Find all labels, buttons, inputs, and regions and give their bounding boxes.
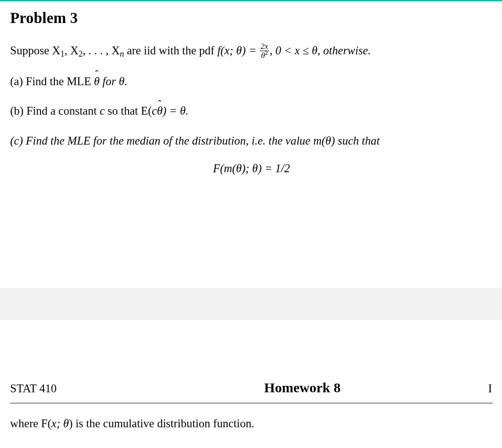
fraction-denominator: θ2 bbox=[260, 51, 269, 59]
page-footer-zone: STAT 410 Homework 8 I where F(x; θ) is t… bbox=[0, 320, 502, 430]
text-fragment: (c) Find the MLE for the median of the d… bbox=[10, 134, 379, 147]
problem-intro: Suppose X1, X2, . . . , Xn are iid with … bbox=[10, 42, 493, 60]
course-code: STAT 410 bbox=[10, 382, 57, 395]
text-fragment: for θ. bbox=[99, 75, 127, 87]
text-fragment: , . . . , X bbox=[83, 44, 120, 57]
page-body: Problem 3 Suppose X1, X2, . . . , Xn are… bbox=[0, 1, 502, 212]
text-fragment: so that E( bbox=[105, 105, 152, 117]
hat-accent: ˆ bbox=[95, 67, 99, 82]
clipped-text: I bbox=[488, 382, 493, 395]
text-fragment: , X bbox=[64, 44, 79, 57]
subscript: 2 bbox=[79, 49, 83, 58]
text-fragment: , 0 < x ≤ θ, otherwise. bbox=[269, 44, 371, 57]
superscript: 2 bbox=[265, 50, 268, 56]
assignment-title: Homework 8 bbox=[117, 380, 488, 396]
page-header-row: STAT 410 Homework 8 I bbox=[10, 380, 493, 403]
continuation-text: where F(x; θ) is the cumulative distribu… bbox=[10, 417, 493, 430]
theta-hat: ˆθ bbox=[157, 103, 163, 119]
math-symbol: c bbox=[99, 105, 105, 117]
centered-equation: F(m(θ); θ) = 1/2 bbox=[10, 162, 493, 175]
math-symbol: (x; θ) = bbox=[221, 44, 259, 57]
math-symbol: x; θ bbox=[52, 417, 69, 430]
text-fragment: ) is the cumulative distribution functio… bbox=[69, 417, 255, 430]
problem-title: Problem 3 bbox=[10, 10, 493, 27]
part-a: (a) Find the MLE ˆθ for θ. bbox=[10, 73, 493, 90]
part-b: (b) Find a constant c so that E(cˆθ) = θ… bbox=[10, 103, 493, 119]
fraction-numerator: 2x bbox=[260, 42, 269, 50]
subscript: n bbox=[120, 49, 124, 58]
text-fragment: (b) Find a constant bbox=[10, 105, 99, 117]
math-symbol: θ bbox=[261, 51, 265, 60]
text-fragment: where F( bbox=[10, 417, 52, 430]
theta-hat: ˆθ bbox=[94, 73, 99, 90]
text-fragment: are iid with the pdf bbox=[124, 44, 217, 57]
page-gap bbox=[0, 288, 502, 320]
subscript: 1 bbox=[60, 49, 64, 58]
math-symbol: f bbox=[217, 44, 221, 57]
math-symbol: c bbox=[152, 105, 157, 117]
fraction: 2xθ2 bbox=[260, 42, 269, 59]
text-fragment: Suppose X bbox=[10, 44, 60, 57]
part-c: (c) Find the MLE for the median of the d… bbox=[10, 133, 493, 149]
text-fragment: (a) Find the MLE bbox=[10, 75, 94, 87]
hat-accent: ˆ bbox=[158, 97, 162, 112]
text-fragment: ) = θ. bbox=[163, 105, 188, 117]
